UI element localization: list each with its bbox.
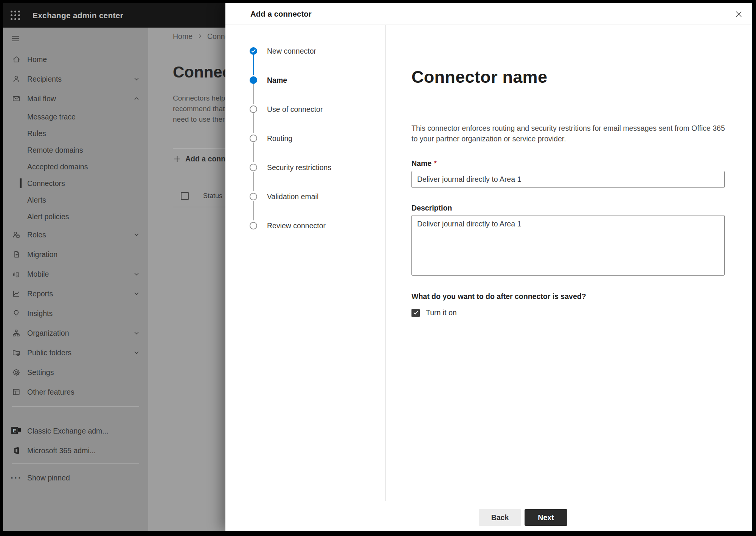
step-validation-email: Validation email	[250, 191, 318, 202]
sidebar-item-microsoft-365-admin[interactable]: Microsoft 365 admi...	[3, 441, 148, 460]
check-icon	[251, 49, 256, 53]
sidebar-item-reports[interactable]: Reports	[3, 284, 148, 304]
sidebar-item-label: Rules	[27, 129, 46, 138]
step-connector-line	[253, 143, 254, 162]
person-icon	[11, 74, 21, 84]
required-asterisk: *	[434, 159, 437, 167]
sidebar-item-label: Insights	[27, 309, 53, 318]
sidebar-item-settings[interactable]: Settings	[3, 362, 148, 382]
turn-it-on-label: Turn it on	[426, 308, 457, 317]
sidebar-item-label: Mobile	[27, 270, 49, 279]
sidebar-item-classic-exchange-admin[interactable]: E Classic Exchange adm...	[3, 421, 148, 441]
sidebar-item-alert-policies[interactable]: Alert policies	[3, 208, 148, 225]
modal-title: Add a connector	[250, 9, 312, 19]
step-use-of-connector: Use of connector	[250, 104, 323, 115]
sidebar-item-recipients[interactable]: Recipients	[3, 69, 148, 89]
sidebar-item-label: Settings	[27, 368, 54, 377]
sidebar-item-label: Show pinned	[27, 474, 70, 482]
m365-logo-icon	[11, 446, 21, 455]
description-textarea[interactable]: Deliver journal directly to Area 1	[411, 215, 725, 276]
plus-icon	[173, 155, 182, 163]
mobile-chart-icon	[11, 269, 21, 279]
step-label: Routing	[267, 134, 292, 143]
chevron-down-icon	[133, 271, 140, 277]
sidebar-item-label: Microsoft 365 admi...	[27, 446, 96, 455]
sidebar-item-connectors[interactable]: Connectors	[3, 175, 148, 192]
sidebar-item-other-features[interactable]: Other features	[3, 382, 148, 402]
after-save-question: What do you want to do after connector i…	[411, 292, 586, 301]
sidebar-item-migration[interactable]: Migration	[3, 245, 148, 264]
back-button[interactable]: Back	[479, 509, 521, 526]
content-heading: Connector name	[411, 67, 547, 87]
sidebar-item-label: Connectors	[27, 179, 65, 188]
sidebar-item-alerts[interactable]: Alerts	[3, 192, 148, 208]
sidebar-item-remote-domains[interactable]: Remote domains	[3, 142, 148, 158]
sidebar-item-rules[interactable]: Rules	[3, 125, 148, 142]
selected-indicator	[20, 178, 22, 188]
home-icon	[11, 54, 21, 64]
chevron-down-icon	[133, 231, 140, 238]
name-input[interactable]	[411, 171, 725, 188]
content-description: This connector enforces routing and secu…	[411, 123, 733, 144]
sidebar-item-label: Mail flow	[27, 94, 56, 103]
exchange-logo-icon: E	[11, 426, 21, 436]
sidebar-item-show-pinned[interactable]: Show pinned	[3, 467, 148, 489]
screenshot-frame: Exchange admin center Home Recipients	[0, 0, 756, 536]
chevron-up-icon	[133, 95, 140, 102]
step-connector-line	[253, 84, 254, 104]
folder-globe-icon	[11, 348, 21, 358]
close-button[interactable]	[733, 8, 744, 20]
sidebar-item-label: Public folders	[27, 349, 71, 357]
next-button[interactable]: Next	[525, 509, 567, 526]
app-launcher-button[interactable]	[3, 3, 27, 28]
modal-footer: Back Next	[225, 501, 752, 531]
sidebar-item-public-folders[interactable]: Public folders	[3, 343, 148, 362]
exchange-admin-app: Exchange admin center Home Recipients	[3, 3, 752, 531]
line-chart-icon	[11, 289, 21, 299]
chevron-down-icon	[133, 290, 140, 297]
sidebar-item-accepted-domains[interactable]: Accepted domains	[3, 158, 148, 175]
step-label: Name	[267, 76, 287, 85]
add-connector-button[interactable]: Add a conn	[173, 155, 225, 163]
stepper-content-divider	[385, 25, 386, 501]
gear-icon	[11, 367, 21, 377]
sidebar-item-organization[interactable]: Organization	[3, 323, 148, 343]
ellipsis-icon	[11, 473, 21, 483]
step-label: Validation email	[267, 192, 318, 201]
nav-collapse-button[interactable]	[3, 28, 148, 50]
status-column-header[interactable]: Status	[203, 192, 222, 200]
step-label: Review connector	[267, 222, 326, 230]
sidebar-item-message-trace[interactable]: Message trace	[3, 108, 148, 125]
step-connector-line	[253, 172, 254, 191]
select-all-checkbox[interactable]	[181, 192, 189, 200]
step-connector-line	[253, 201, 254, 220]
step-circle-current	[250, 76, 257, 84]
sidebar-item-mail-flow[interactable]: Mail flow	[3, 89, 148, 108]
migration-icon	[11, 249, 21, 259]
close-icon	[734, 10, 743, 19]
turn-it-on-row[interactable]: Turn it on	[411, 308, 457, 317]
sidebar-item-home[interactable]: Home	[3, 50, 148, 69]
step-circle	[250, 164, 257, 171]
sidebar-divider	[12, 406, 139, 407]
sidebar-item-label: Remote domains	[27, 146, 83, 155]
sidebar-item-label: Migration	[27, 250, 57, 259]
sidebar-item-mobile[interactable]: Mobile	[3, 264, 148, 284]
name-field-label: Name*	[411, 159, 437, 168]
chevron-down-icon	[133, 349, 140, 356]
sidebar-item-insights[interactable]: Insights	[3, 304, 148, 323]
waffle-icon	[11, 11, 20, 20]
step-connector-line	[253, 113, 254, 133]
breadcrumb-home-link[interactable]: Home	[173, 32, 192, 41]
turn-it-on-checkbox[interactable]	[411, 309, 420, 317]
chevron-down-icon	[133, 330, 140, 336]
sidebar-item-roles[interactable]: Roles	[3, 225, 148, 245]
chevron-right-icon	[197, 32, 203, 41]
app-title: Exchange admin center	[33, 11, 123, 20]
step-circle	[250, 135, 257, 142]
step-connector-line	[253, 55, 254, 75]
step-new-connector: New connector	[250, 46, 316, 56]
step-security-restrictions: Security restrictions	[250, 162, 331, 173]
breadcrumb: Home Conne	[173, 32, 229, 41]
step-label: Security restrictions	[267, 163, 331, 172]
